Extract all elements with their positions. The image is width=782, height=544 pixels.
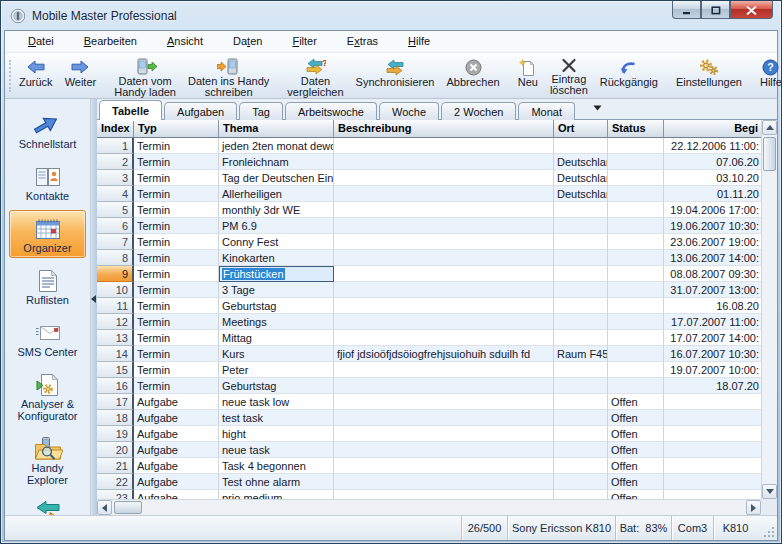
cell-beschreibung[interactable] (334, 362, 554, 378)
cell-status[interactable] (608, 266, 664, 282)
cell-status[interactable]: Offen (608, 394, 664, 410)
cell-status[interactable] (608, 250, 664, 266)
row-index-cell[interactable]: 13 (97, 330, 134, 346)
sidebar-item-handy-explorer[interactable]: Handy Explorer (9, 430, 86, 490)
cell-beschreibung[interactable] (334, 154, 554, 170)
cell-ort[interactable] (554, 234, 608, 250)
toolbar-button-zurueck[interactable]: Zurück (13, 55, 59, 97)
cell-typ[interactable]: Termin (134, 330, 219, 346)
cell-ort[interactable]: Raum F45 (554, 346, 608, 362)
menu-item-ansicht[interactable]: Ansicht (152, 31, 218, 52)
cell-ort[interactable] (554, 314, 608, 330)
cell-beginn[interactable]: 08.08.2007 09:30: (664, 266, 761, 282)
cell-typ[interactable]: Termin (134, 362, 219, 378)
cell-status[interactable]: Offen (608, 474, 664, 490)
cell-thema[interactable]: Fronleichnam (219, 154, 334, 170)
cell-status[interactable] (608, 186, 664, 202)
cell-thema[interactable]: monthly 3dr WE (219, 202, 334, 218)
cell-typ[interactable]: Aufgabe (134, 410, 219, 426)
cell-typ[interactable]: Aufgabe (134, 458, 219, 474)
row-index-cell[interactable]: 6 (97, 218, 134, 234)
row-index-cell[interactable]: 19 (97, 426, 134, 442)
sidebar-item-ruflisten[interactable]: Ruflisten (9, 262, 86, 310)
cell-beginn[interactable] (664, 410, 761, 426)
sidebar-item-schnellstart[interactable]: Schnellstart (9, 106, 86, 154)
row-index-cell[interactable]: 9 (97, 266, 134, 282)
cell-thema[interactable]: Tag der Deutschen Einheit (219, 170, 334, 186)
cell-typ[interactable]: Aufgabe (134, 442, 219, 458)
tab-overflow-button[interactable] (593, 97, 602, 115)
cell-typ[interactable]: Termin (134, 298, 219, 314)
cell-beginn[interactable] (664, 490, 761, 499)
cell-thema[interactable]: Allerheiligen (219, 186, 334, 202)
cell-status[interactable] (608, 362, 664, 378)
sidebar-item-organizer[interactable]: Organizer (9, 210, 86, 258)
cell-status[interactable] (608, 330, 664, 346)
cell-typ[interactable]: Termin (134, 218, 219, 234)
cell-beschreibung[interactable] (334, 138, 554, 154)
row-index-cell[interactable]: 15 (97, 362, 134, 378)
cell-status[interactable] (608, 202, 664, 218)
cell-thema[interactable]: Meetings (219, 314, 334, 330)
sidebar-item-synchronisieren[interactable]: Synchronisieren (9, 494, 86, 515)
cell-typ[interactable]: Termin (134, 154, 219, 170)
cell-beschreibung[interactable] (334, 266, 554, 282)
cell-ort[interactable] (554, 474, 608, 490)
cell-beginn[interactable] (664, 458, 761, 474)
cell-typ[interactable]: Termin (134, 234, 219, 250)
menu-item-filter[interactable]: Filter (277, 31, 331, 52)
tab-tabelle[interactable]: Tabelle (99, 100, 162, 120)
toolbar-grip[interactable] (9, 60, 11, 92)
toolbar-button-neu[interactable]: Neu (512, 55, 544, 97)
cell-beschreibung[interactable] (334, 474, 554, 490)
cell-status[interactable] (608, 170, 664, 186)
cell-ort[interactable]: Deutschland (554, 170, 608, 186)
cell-beschreibung[interactable] (334, 314, 554, 330)
cell-beschreibung[interactable] (334, 442, 554, 458)
cell-ort[interactable] (554, 426, 608, 442)
column-header-index[interactable]: Index (97, 120, 134, 138)
cell-typ[interactable]: Termin (134, 266, 219, 282)
cell-beginn[interactable]: 17.07.2007 11:00: (664, 314, 761, 330)
cell-typ[interactable]: Termin (134, 378, 219, 394)
cell-beginn[interactable] (664, 394, 761, 410)
row-index-cell[interactable]: 8 (97, 250, 134, 266)
cell-ort[interactable]: Deutschland (554, 186, 608, 202)
cell-beginn[interactable]: 13.06.2007 14:00: (664, 250, 761, 266)
tab-2-wochen[interactable]: 2 Wochen (441, 102, 516, 120)
cell-ort[interactable] (554, 442, 608, 458)
column-header-status[interactable]: Status (608, 120, 664, 138)
cell-status[interactable] (608, 298, 664, 314)
sidebar-item-sms-center[interactable]: SMS Center (9, 314, 86, 362)
cell-ort[interactable]: Deutschland (554, 154, 608, 170)
resize-grip[interactable] (757, 516, 777, 540)
cell-beginn[interactable]: 19.04.2006 17:00: (664, 202, 761, 218)
tab-woche[interactable]: Woche (379, 102, 439, 120)
row-index-cell[interactable]: 20 (97, 442, 134, 458)
cell-beginn[interactable] (664, 426, 761, 442)
menu-item-bearbeiten[interactable]: Bearbeiten (69, 31, 152, 52)
row-index-cell[interactable]: 7 (97, 234, 134, 250)
cell-status[interactable]: Offen (608, 442, 664, 458)
cell-ort[interactable] (554, 202, 608, 218)
cell-thema[interactable]: Kurs (219, 346, 334, 362)
cell-typ[interactable]: Aufgabe (134, 474, 219, 490)
cell-typ[interactable]: Termin (134, 138, 219, 154)
cell-thema[interactable]: jeden 2ten monat dewd (219, 138, 334, 154)
cell-status[interactable] (608, 138, 664, 154)
row-index-cell[interactable]: 4 (97, 186, 134, 202)
cell-typ[interactable]: Aufgabe (134, 490, 219, 499)
cell-beginn[interactable]: 07.06.20 (664, 154, 761, 170)
cell-beschreibung[interactable] (334, 234, 554, 250)
cell-beschreibung[interactable] (334, 170, 554, 186)
row-index-cell[interactable]: 18 (97, 410, 134, 426)
menu-item-extras[interactable]: Extras (332, 31, 393, 52)
cell-ort[interactable] (554, 282, 608, 298)
horizontal-scrollbar[interactable] (97, 499, 761, 515)
cell-status[interactable]: Offen (608, 410, 664, 426)
row-index-cell[interactable]: 1 (97, 138, 134, 154)
row-index-cell[interactable]: 17 (97, 394, 134, 410)
toolbar-button-daten-ins-handy-schreiben[interactable]: Daten ins Handyschreiben (182, 55, 275, 97)
column-header-thema[interactable]: Thema (219, 120, 334, 138)
cell-ort[interactable] (554, 394, 608, 410)
